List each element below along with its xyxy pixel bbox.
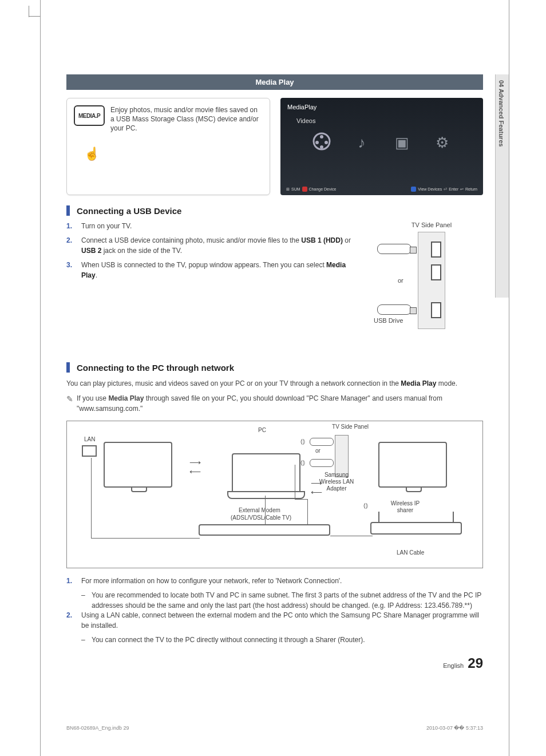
lan-label: LAN [84, 436, 95, 442]
usb-port-icon [431, 242, 441, 258]
chapter-side-tab: 04 Advanced Features [495, 74, 509, 298]
usb-port-icon [431, 264, 441, 280]
or-label: or [398, 277, 403, 284]
usb-stick-icon [377, 244, 412, 254]
tv-preview-subtitle: Videos [296, 117, 476, 124]
tv-footer-left: ⊞ SUM Change Device [286, 187, 336, 192]
page-number: English 29 [443, 655, 483, 671]
lan-cable-label: LAN Cable [397, 549, 424, 556]
sub-list-item: –You are recommended to locate both TV a… [81, 591, 483, 611]
usb-side-panel-diagram: TV Side Panel or USB Drive [380, 221, 483, 329]
intro-description: Enjoy photos, music and/or movie files s… [110, 105, 263, 133]
svg-point-3 [325, 141, 328, 144]
list-item: 2.Using a LAN cable, connect between the… [66, 611, 483, 631]
doc-footer-right: 2010-03-07 �� 5:37:13 [426, 725, 483, 731]
svg-point-4 [320, 145, 323, 149]
tv-outline-icon [104, 442, 172, 488]
pc-label: PC [258, 427, 266, 433]
arrow-icon: ⟶ [189, 458, 201, 467]
music-icon: ♪ [349, 130, 374, 155]
pc-section-intro: You can play pictures, music and videos … [66, 378, 483, 389]
usb-steps-list: 1.Turn on your TV.2.Connect a USB device… [66, 221, 353, 280]
wifi-icon: ⦅⦆ [300, 437, 305, 445]
section-title-bar: Media Play [66, 74, 483, 90]
note-text: If you use Media Play through saved file… [77, 393, 483, 414]
pc-steps-list: 1.For more information on how to configu… [66, 576, 483, 645]
tv-side-panel-label: TV Side Panel [326, 423, 375, 430]
pointing-hand-icon: ☝ [84, 147, 100, 161]
svg-point-1 [320, 135, 323, 138]
usb-drive-label: USB Drive [374, 317, 403, 324]
video-reel-icon [309, 130, 334, 155]
list-item: 1.Turn on your TV. [66, 221, 353, 231]
adapter-label: Samsung Wireless LAN Adapter [319, 472, 354, 492]
arrow-icon: ⟵ [189, 467, 201, 476]
modem-icon [199, 524, 330, 536]
photo-icon: ▣ [389, 130, 414, 155]
usb-stick-icon [377, 304, 412, 315]
network-diagram: LAN PC ⟶ ⟵ ⟶ ⟵ TV Side Panel ⦅⦆ ⦅⦆ or Sa… [66, 421, 483, 568]
side-panel-icon [335, 435, 349, 477]
chapter-label: 04 Advanced Features [496, 74, 507, 152]
wifi-icon: ⦅⦆ [363, 501, 368, 509]
wireless-adapter-icon [310, 459, 334, 467]
sub-list-item: –You can connect the TV to the PC direct… [81, 635, 483, 645]
modem-label: External Modem [239, 507, 280, 513]
settings-gear-icon: ⚙ [429, 130, 454, 155]
svg-point-2 [315, 141, 319, 144]
tv-side-panel-label: TV Side Panel [380, 221, 483, 228]
laptop-icon [232, 453, 300, 493]
usb-section-heading: Connecting a USB Device [66, 205, 483, 216]
usb-port-icon [431, 302, 441, 318]
list-item: 2.Connect a USB device containing photo,… [66, 236, 353, 256]
tv-footer-right: View Devices ⏎ Enter ↩ Return [411, 187, 477, 192]
modem-sub-label: (ADSL/VDSL/Cable TV) [231, 514, 291, 521]
doc-footer-left: BN68-02689A_Eng.indb 29 [66, 725, 129, 731]
lan-port-icon [82, 445, 97, 457]
pc-section-heading: Connecting to the PC through network [66, 362, 483, 373]
note-icon: ✎ [66, 393, 73, 414]
note: ✎ If you use Media Play through saved fi… [66, 393, 483, 414]
or-label: or [315, 448, 321, 454]
router-label: Wireless IP sharer [385, 500, 425, 514]
router-icon [370, 522, 462, 535]
list-item: 3.When USB is connected to the TV, popup… [66, 260, 353, 280]
wifi-icon: ⦅⦆ [300, 458, 305, 466]
tv-outline-icon [378, 442, 447, 488]
tv-preview-title: MediaPlay [287, 104, 476, 110]
wireless-adapter-icon [310, 438, 334, 446]
media-play-remote-button: MEDIA.P [74, 105, 105, 126]
tv-preview-screenshot: MediaPlay Videos ♪ ▣ ⚙ ⊞ SUM Change Devi… [280, 98, 483, 195]
list-item: 1.For more information on how to configu… [66, 576, 483, 586]
intro-card: MEDIA.P ☝ Enjoy photos, music and/or mov… [66, 98, 270, 195]
media-button-label: MEDIA.P [78, 113, 100, 119]
